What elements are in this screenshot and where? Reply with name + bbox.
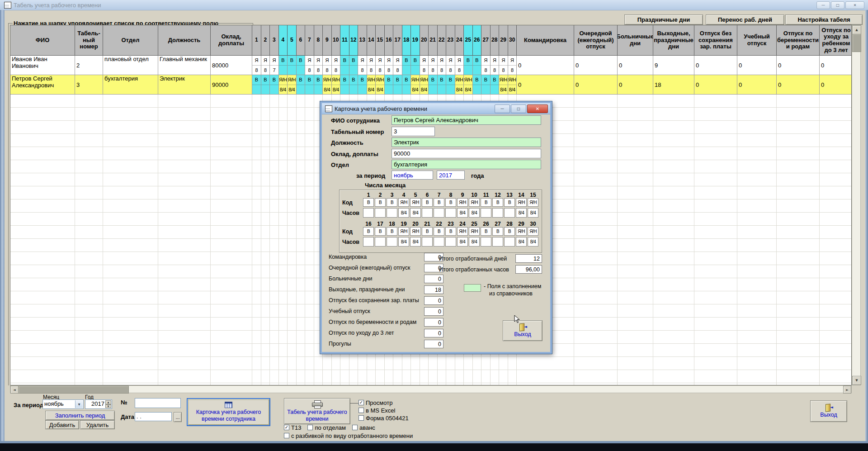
hours-cell[interactable]: 8/4 <box>457 208 468 218</box>
code-cell[interactable]: Я/Н <box>469 227 480 236</box>
code-cell[interactable]: Я/Н <box>457 227 468 236</box>
summary-column-header[interactable]: Отпуск по беременности и родам <box>777 25 820 56</box>
day-header-cell[interactable]: 17 <box>393 25 402 56</box>
hours-cell[interactable]: 8/4 <box>516 237 527 247</box>
hours-cell[interactable] <box>434 237 444 247</box>
day-header-cell[interactable]: 9 <box>323 25 332 56</box>
scroll-left-icon[interactable]: ◄ <box>10 386 19 394</box>
checkbox[interactable] <box>352 425 358 430</box>
code-cell[interactable]: В <box>422 198 433 207</box>
hours-cell[interactable] <box>422 237 433 247</box>
day-header-cell[interactable]: 16 <box>385 25 394 56</box>
maximize-icon[interactable]: □ <box>831 1 844 9</box>
hours-cell[interactable] <box>481 208 491 218</box>
chevron-down-icon[interactable]: ▼ <box>75 400 83 408</box>
code-cell[interactable]: Я/Н <box>469 198 480 207</box>
print-timesheet-button[interactable]: Табель учета рабочего времени <box>284 398 350 424</box>
scroll-down-icon[interactable]: ▼ <box>852 376 861 385</box>
hours-cell[interactable] <box>422 208 433 218</box>
day-header-cell[interactable]: 10 <box>332 25 341 56</box>
month-select[interactable]: ноябрь ▼ <box>42 399 84 409</box>
summary-column-header[interactable]: Отпуск по уходу за ребенком до 3 лет <box>820 25 852 56</box>
scroll-up-icon[interactable]: ▲ <box>852 25 861 34</box>
day-header-cell[interactable]: 15 <box>376 25 385 56</box>
counter-input[interactable]: 0 <box>424 318 443 327</box>
column-header[interactable]: ФИО <box>10 25 75 56</box>
code-cell[interactable]: Я/Н <box>398 227 409 236</box>
holidays-button[interactable]: Праздничные дни <box>624 14 703 25</box>
summary-column-header[interactable]: Больничные дни <box>618 25 653 56</box>
date-input[interactable]: . . <box>135 412 172 421</box>
column-header[interactable]: Отдел <box>103 25 158 56</box>
hours-cell[interactable]: 8/4 <box>410 208 421 218</box>
code-cell[interactable]: Я/Н <box>528 198 538 207</box>
hours-cell[interactable] <box>492 237 503 247</box>
counter-input[interactable]: 18 <box>424 285 443 294</box>
code-cell[interactable]: В <box>375 198 386 207</box>
timesheet-row[interactable]: Иванов Иван Иванович2плановый отделГлавн… <box>10 56 851 75</box>
hours-cell[interactable] <box>363 237 374 247</box>
hours-cell[interactable]: 8/4 <box>410 237 421 247</box>
timesheet-row[interactable]: Петров Сергей Александрович3бухгалтерияЭ… <box>10 75 851 95</box>
code-cell[interactable]: В <box>434 227 444 236</box>
day-header-cell[interactable]: 6 <box>297 25 306 56</box>
day-header-cell[interactable]: 26 <box>473 25 482 56</box>
code-cell[interactable]: Я/Н <box>516 198 527 207</box>
code-cell[interactable]: В <box>445 198 456 207</box>
hours-cell[interactable]: 8/4 <box>528 237 538 247</box>
hours-cell[interactable] <box>363 208 374 218</box>
post-input[interactable]: Электрик <box>392 138 541 147</box>
day-header-cell[interactable]: 27 <box>481 25 491 56</box>
day-header-cell[interactable]: 14 <box>367 25 376 56</box>
hours-cell[interactable] <box>375 237 386 247</box>
code-cell[interactable]: Я/Н <box>516 227 527 236</box>
add-button[interactable]: Добавить <box>45 420 79 429</box>
checkbox[interactable] <box>359 408 364 413</box>
hours-cell[interactable] <box>445 208 456 218</box>
period-month-input[interactable]: ноябрь <box>392 171 433 180</box>
day-header-cell[interactable]: 20 <box>420 25 429 56</box>
summary-column-header[interactable]: Очередной (ежегодный) отпуск <box>574 25 618 56</box>
dialog-close-icon[interactable]: ✕ <box>527 104 548 113</box>
day-header-cell[interactable]: 22 <box>438 25 447 56</box>
day-header-cell[interactable]: 18 <box>402 25 411 56</box>
code-cell[interactable]: В <box>492 227 503 236</box>
day-header-cell[interactable]: 8 <box>314 25 323 56</box>
checkbox[interactable]: ✓ <box>359 400 364 405</box>
code-cell[interactable]: В <box>481 198 491 207</box>
day-header-cell[interactable]: 11 <box>340 25 349 56</box>
day-header-cell[interactable]: 23 <box>446 25 455 56</box>
day-header-cell[interactable]: 24 <box>455 25 464 56</box>
dialog-minimize-icon[interactable]: — <box>495 104 510 113</box>
minimize-icon[interactable]: — <box>816 1 830 9</box>
hours-cell[interactable]: 8/4 <box>469 237 480 247</box>
hours-cell[interactable] <box>387 208 397 218</box>
counter-input[interactable]: 0 <box>424 340 443 348</box>
hours-cell[interactable]: 8/4 <box>516 208 527 218</box>
column-header[interactable]: Должность <box>158 25 211 56</box>
counter-input[interactable]: 0 <box>424 329 443 337</box>
code-cell[interactable]: Я/Н <box>410 227 421 236</box>
dialog-exit-button[interactable]: ◄ Выход <box>503 320 542 341</box>
checkbox[interactable]: ✓ <box>284 425 289 430</box>
tab-number-input[interactable]: 3 <box>392 127 435 136</box>
horizontal-scroll-thumb[interactable] <box>18 386 129 394</box>
hours-cell[interactable] <box>445 237 456 247</box>
salary-input[interactable]: 90000 <box>392 149 541 158</box>
checkbox[interactable] <box>307 425 313 430</box>
delete-button[interactable]: Удалить <box>80 420 115 429</box>
workday-transfer-button[interactable]: Перенос раб. дней <box>706 14 784 25</box>
fill-period-button[interactable]: Заполнить период <box>45 411 115 420</box>
day-header-cell[interactable]: 21 <box>429 25 438 56</box>
hours-cell[interactable] <box>481 237 491 247</box>
hours-cell[interactable] <box>504 237 515 247</box>
number-input[interactable] <box>135 398 181 408</box>
timesheet-settings-button[interactable]: Настройка табеля <box>785 14 863 25</box>
hours-cell[interactable]: 8/4 <box>469 208 480 218</box>
day-header-cell[interactable]: 28 <box>491 25 500 56</box>
hours-cell[interactable] <box>434 208 444 218</box>
day-header-cell[interactable]: 7 <box>305 25 314 56</box>
employee-card-button[interactable]: Карточка учета рабочего времени сотрудни… <box>187 398 270 426</box>
code-cell[interactable]: Я/Н <box>528 227 538 236</box>
day-header-cell[interactable]: 29 <box>499 25 508 56</box>
